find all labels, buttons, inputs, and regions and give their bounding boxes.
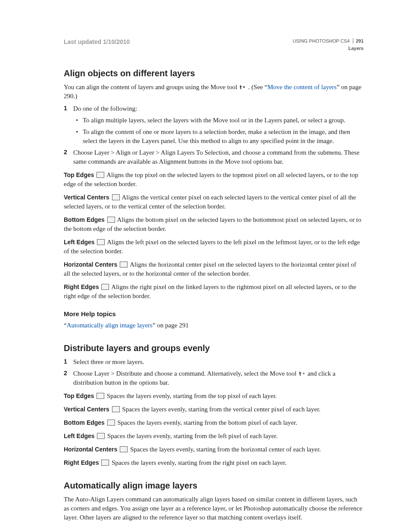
align-hcenter-icon [120,261,128,268]
dist-term-right: Right Edges [64,459,99,466]
desc-left-edges: Aligns the left pixel on the selected la… [64,239,360,255]
bullet-align-multiple: To align multiple layers, select the lay… [73,116,364,125]
move-tool-icon [299,371,305,376]
def-bottom-edges: Bottom Edges Aligns the bottom pixel on … [64,215,364,233]
dist-top-icon [97,393,104,399]
dist-desc-vcenter: Spaces the layers evenly, starting from … [122,406,321,413]
move-tool-icon [240,84,246,90]
doc-title: USING PHOTOSHOP CS4 [293,38,349,44]
section-label: Layers [293,45,364,52]
dist-desc-left: Spaces the layers evenly, starting from … [107,432,277,439]
dist-def-left: Left Edges Spaces the layers evenly, sta… [64,432,364,441]
bullet-align-selection: To align the content of one or more laye… [73,128,364,146]
dist-step-1: Select three or more layers. [64,358,364,367]
def-top-edges: Top Edges Aligns the top pixel on the se… [64,171,364,189]
align-bottom-icon [107,217,115,223]
dist-def-right: Right Edges Spaces the layers evenly, st… [64,458,364,467]
dist-def-top: Top Edges Spaces the layers evenly, star… [64,392,364,401]
step-1-text: Do one of the following: [73,105,137,112]
intro-text-a: You can align the content of layers and … [64,84,239,90]
desc-top-edges: Aligns the top pixel on the selected lay… [64,171,358,187]
dist-desc-bottom: Spaces the layers evenly, starting from … [117,419,297,426]
term-top-edges: Top Edges [64,171,94,178]
last-updated: Last updated 1/10/2010 [64,38,130,47]
term-vertical-centers: Vertical Centers [64,194,109,201]
dist-desc-top: Spaces the layers evenly, starting from … [107,392,277,399]
section-heading-auto-align: Automatically align image layers [64,479,364,492]
intro-paragraph: You can align the content of layers and … [64,83,364,101]
def-vertical-centers: Vertical Centers Aligns the vertical cen… [64,193,364,211]
section-heading-distribute: Distribute layers and groups evenly [64,342,364,354]
step-2: Choose Layer > Align or Layer > Align La… [64,148,364,166]
dist-left-icon [97,433,105,439]
dist-def-hcenter: Horizontal Centers Spaces the layers eve… [64,445,364,454]
align-vcenter-icon [112,194,120,200]
term-right-edges: Right Edges [64,283,99,290]
dist-term-top: Top Edges [64,392,94,399]
section-heading-align: Align objects on different layers [64,67,364,79]
dist-step-2: Choose Layer > Distribute and choose a c… [64,369,364,387]
align-top-icon [97,172,104,178]
dist-step-2a: Choose Layer > Distribute and choose a c… [73,370,298,377]
dist-right-icon [101,460,109,466]
dist-vcenter-icon [112,406,120,412]
dist-desc-right: Spaces the layers evenly, starting from … [112,459,286,466]
dist-term-bottom: Bottom Edges [64,419,105,426]
term-left-edges: Left Edges [64,239,95,246]
more-help-line: “Automatically align image layers” on pa… [64,321,364,330]
link-move-content[interactable]: Move the content of layers [268,84,337,90]
term-horizontal-centers: Horizontal Centers [64,261,117,268]
dist-bottom-icon [107,420,115,426]
def-right-edges: Right Edges Aligns the right pixel on th… [64,283,364,301]
step-1: Do one of the following: To align multip… [64,104,364,146]
auto-align-body: The Auto-Align Layers command can automa… [64,495,364,522]
dist-term-hcenter: Horizontal Centers [64,446,117,453]
link-auto-align[interactable]: Automatically align image layers [67,322,153,329]
dist-def-vcenter: Vertical Centers Spaces the layers evenl… [64,405,364,414]
align-right-icon [101,284,109,290]
quote-close: ” on page 291 [153,322,189,329]
intro-text-b: . (See “ [248,84,268,90]
dist-term-left: Left Edges [64,432,95,439]
dist-term-vcenter: Vertical Centers [64,406,109,413]
page-number: 291 [353,38,364,44]
def-left-edges: Left Edges Aligns the left pixel on the … [64,238,364,256]
dist-desc-hcenter: Spaces the layers evenly, starting from … [130,446,321,453]
def-horizontal-centers: Horizontal Centers Aligns the horizontal… [64,260,364,278]
term-bottom-edges: Bottom Edges [64,216,105,223]
quote-open: “ [64,322,67,329]
dist-hcenter-icon [120,446,128,452]
more-help-heading: More Help topics [64,309,364,318]
dist-def-bottom: Bottom Edges Spaces the layers evenly, s… [64,418,364,427]
align-left-icon [97,239,105,245]
